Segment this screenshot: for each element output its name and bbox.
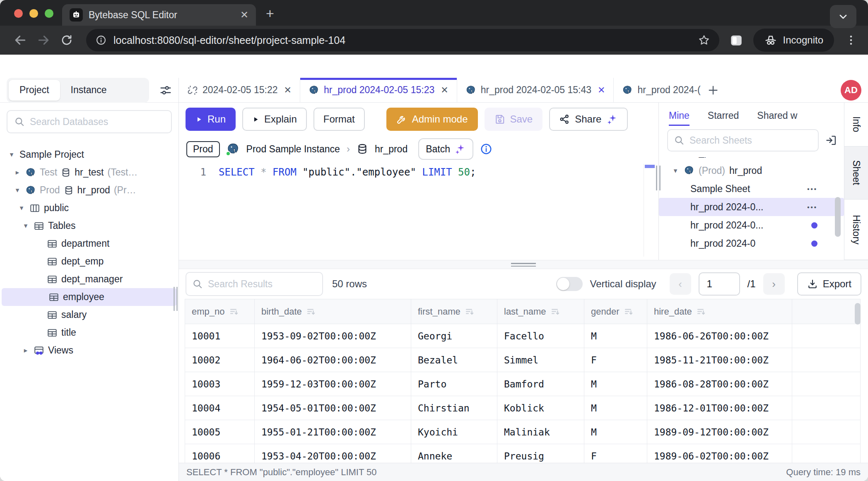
column-header-hire_date[interactable]: hire_date xyxy=(647,299,792,324)
save-button[interactable]: Save xyxy=(485,108,543,131)
new-sheet-button[interactable] xyxy=(701,78,726,102)
sheet-panel-tab-shared-w[interactable]: Shared w xyxy=(757,103,797,128)
sheet-tab-3[interactable]: hr_prod 2024-02-05 15:43✕ xyxy=(457,78,614,102)
side-panel-button[interactable] xyxy=(729,33,743,47)
table-row[interactable]: 100041954-05-01T00:00:00ZChirstianKoblic… xyxy=(185,396,861,420)
tab-instance[interactable]: Instance xyxy=(60,80,118,101)
sheet-search-input[interactable] xyxy=(690,135,812,146)
sheet-tab-2[interactable]: hr_prod 2024-02-05 15:23✕ xyxy=(300,78,457,102)
chevron-down-icon[interactable]: ▾ xyxy=(13,186,22,195)
page-number-input[interactable] xyxy=(699,272,740,296)
tree-item-employee[interactable]: employee xyxy=(2,288,177,306)
browser-tab[interactable]: Bytebase SQL Editor ✕ xyxy=(62,4,256,26)
table-cell[interactable]: F xyxy=(584,444,647,463)
table-cell[interactable]: M xyxy=(584,372,647,396)
forward-button[interactable] xyxy=(34,34,53,47)
table-cell[interactable]: 1986-12-01T00:00:00Z xyxy=(647,396,792,420)
chevron-right-icon[interactable]: ▸ xyxy=(22,346,30,355)
results-search-input[interactable] xyxy=(208,279,330,290)
table-cell[interactable]: M xyxy=(584,324,647,348)
next-page-button[interactable]: › xyxy=(763,273,785,295)
sort-icon[interactable] xyxy=(229,307,239,317)
back-button[interactable] xyxy=(11,34,30,47)
sheet-group-hr_prod[interactable]: ▾(Prod)hr_prod xyxy=(659,161,844,180)
table-cell[interactable]: Georgi xyxy=(411,324,497,348)
more-actions-icon[interactable]: ••• xyxy=(807,185,817,192)
table-cell[interactable]: 1989-09-12T00:00:00Z xyxy=(647,420,792,444)
explain-button[interactable]: Explain xyxy=(242,108,307,131)
sort-icon[interactable] xyxy=(465,307,475,317)
tree-item-dept_emp[interactable]: dept_emp xyxy=(0,253,178,270)
table-cell[interactable]: 1955-01-21T00:00:00Z xyxy=(255,420,411,444)
sheet-tab-4[interactable]: hr_prod 2024-( xyxy=(614,78,700,102)
batch-button[interactable]: Batch xyxy=(418,138,473,160)
side-tab-info[interactable]: Info xyxy=(844,103,868,147)
table-cell[interactable]: 10004 xyxy=(185,396,255,420)
table-cell[interactable]: Kyoichi xyxy=(411,420,497,444)
tree-item-tables[interactable]: ▾Tables xyxy=(0,217,178,235)
sidebar-resize-handle[interactable] xyxy=(174,287,178,311)
previous-page-button[interactable]: ‹ xyxy=(670,273,691,295)
sheet-tab-1[interactable]: 2024-02-05 15:22✕ xyxy=(179,78,300,102)
sort-icon[interactable] xyxy=(696,307,706,317)
database-search-input[interactable] xyxy=(30,116,164,127)
sheet-item[interactable]: hr_prod 2024-0...••• xyxy=(659,198,844,216)
table-cell[interactable]: 1985-11-21T00:00:00Z xyxy=(647,348,792,372)
tree-item-hr_test[interactable]: ▸Testhr_test(Test… xyxy=(0,164,178,181)
table-row[interactable]: 100031959-12-03T00:00:00ZPartoBamfordM19… xyxy=(185,372,861,396)
sheet-item[interactable]: Sample Sheet••• xyxy=(659,180,844,198)
table-row[interactable]: 100051955-01-21T00:00:00ZKyoichiMaliniak… xyxy=(185,420,861,444)
table-cell[interactable]: Facello xyxy=(497,324,584,348)
share-button[interactable]: Share xyxy=(549,108,628,131)
table-cell[interactable]: 1959-12-03T00:00:00Z xyxy=(255,372,411,396)
database-name[interactable]: hr_prod xyxy=(375,144,407,155)
table-cell[interactable]: F xyxy=(584,348,647,372)
table-row[interactable]: 100011953-09-02T00:00:00ZGeorgiFacelloM1… xyxy=(185,324,861,348)
browser-menu-button[interactable] xyxy=(845,34,857,46)
database-search[interactable] xyxy=(7,110,172,133)
close-sheet-icon[interactable]: ✕ xyxy=(598,85,605,96)
sort-icon[interactable] xyxy=(550,307,560,317)
editor-scrollbar[interactable] xyxy=(644,164,654,257)
table-cell[interactable]: 10006 xyxy=(185,444,255,463)
table-cell[interactable]: 1953-09-02T00:00:00Z xyxy=(255,324,411,348)
sort-icon[interactable] xyxy=(624,307,634,317)
sql-code-area[interactable]: 1 SELECT * FROM "public"."employee" LIMI… xyxy=(179,162,658,260)
panel-resize-handle[interactable] xyxy=(656,166,661,190)
close-sheet-icon[interactable]: ✕ xyxy=(441,85,448,96)
sidebar-filter-icon[interactable] xyxy=(159,84,172,96)
site-info-icon[interactable] xyxy=(95,34,107,46)
tree-item-title[interactable]: title xyxy=(0,324,178,342)
table-cell[interactable]: 1986-06-26T00:00:00Z xyxy=(647,324,792,348)
admin-mode-button[interactable]: Admin mode xyxy=(386,108,478,131)
table-cell[interactable]: M xyxy=(584,420,647,444)
table-cell[interactable]: 10001 xyxy=(185,324,255,348)
sheet-panel-tab-mine[interactable]: Mine xyxy=(669,103,690,128)
tree-item-dept_manager[interactable]: dept_manager xyxy=(0,270,178,288)
tab-project[interactable]: Project xyxy=(9,80,60,101)
table-cell[interactable]: Parto xyxy=(411,372,497,396)
tree-item-hr_prod[interactable]: ▾Prodhr_prod(Pr… xyxy=(0,181,178,199)
results-scrollbar[interactable] xyxy=(855,303,861,325)
close-sheet-icon[interactable]: ✕ xyxy=(284,85,292,96)
minimize-window-button[interactable] xyxy=(29,9,38,18)
table-cell[interactable]: 10002 xyxy=(185,348,255,372)
column-header-last_name[interactable]: last_name xyxy=(497,299,584,324)
results-divider[interactable] xyxy=(179,260,868,269)
column-header-gender[interactable]: gender xyxy=(584,299,647,324)
table-cell[interactable]: Preusig xyxy=(497,444,584,463)
import-sheet-icon[interactable] xyxy=(825,135,837,146)
table-cell[interactable]: 1986-08-28T00:00:00Z xyxy=(647,372,792,396)
table-cell[interactable]: 1964-06-02T00:00:00Z xyxy=(255,348,411,372)
tree-item-views[interactable]: ▸Views xyxy=(0,342,178,359)
side-tab-sheet[interactable]: Sheet xyxy=(844,147,868,200)
close-tab-icon[interactable]: ✕ xyxy=(240,9,248,21)
sheet-search[interactable] xyxy=(667,129,819,152)
table-cell[interactable]: Anneke xyxy=(411,444,497,463)
table-cell[interactable]: 1989-06-02T00:00:00Z xyxy=(647,444,792,463)
new-tab-button[interactable]: + xyxy=(266,5,274,22)
table-cell[interactable]: Bezalel xyxy=(411,348,497,372)
vertical-display-toggle[interactable] xyxy=(556,277,583,291)
instance-name[interactable]: Prod Sample Instance xyxy=(246,144,340,155)
table-cell[interactable]: M xyxy=(584,396,647,420)
